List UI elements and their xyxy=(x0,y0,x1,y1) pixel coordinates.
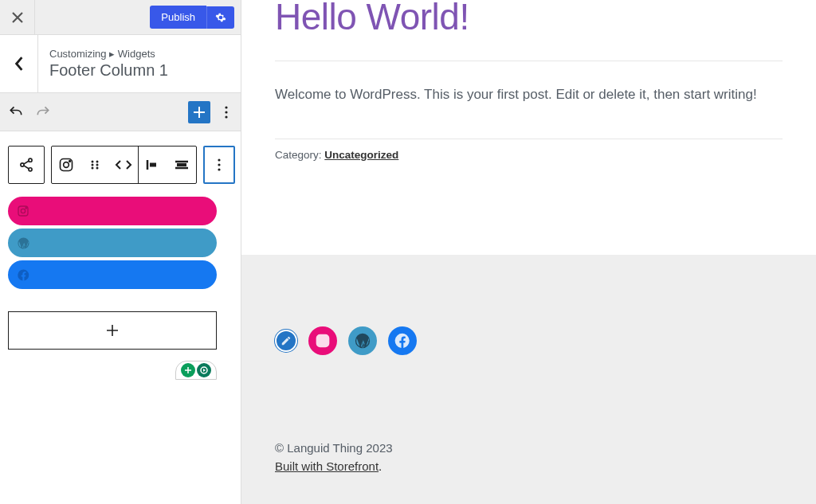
close-icon xyxy=(12,12,23,23)
wordpress-icon xyxy=(354,332,371,350)
svg-point-17 xyxy=(218,168,220,170)
site-preview: Hello World! Welcome to WordPress. This … xyxy=(241,0,816,504)
block-options-button[interactable] xyxy=(205,147,233,182)
svg-point-14 xyxy=(96,167,99,170)
align-justify-icon xyxy=(175,160,189,170)
top-bar: Publish xyxy=(0,0,241,35)
floating-badges xyxy=(8,361,217,380)
add-widget-button[interactable] xyxy=(8,311,217,350)
publish-settings-button[interactable] xyxy=(206,6,234,29)
instagram-icon xyxy=(315,333,331,349)
editor-toolbar-right xyxy=(188,101,236,123)
post-title[interactable]: Hello World! xyxy=(275,0,783,38)
social-link-wordpress[interactable] xyxy=(8,229,217,257)
breadcrumb-path: Customizing ▸ Widgets xyxy=(49,48,168,60)
breadcrumb-link[interactable]: Widgets xyxy=(118,48,155,60)
svg-point-9 xyxy=(92,161,94,163)
redo-button xyxy=(32,101,54,123)
built-with-link[interactable]: Built with Storefront xyxy=(275,459,379,473)
breadcrumb-title: Footer Column 1 xyxy=(49,61,168,80)
footer-social-row xyxy=(275,326,783,355)
align-left-icon xyxy=(146,159,160,170)
editor-more-button[interactable] xyxy=(217,101,236,123)
svg-point-13 xyxy=(92,167,94,170)
breadcrumb-bar: Customizing ▸ Widgets Footer Column 1 xyxy=(0,35,241,93)
customizer-panel: Publish Customizing ▸ Widgets Footer Col… xyxy=(0,0,241,504)
badge-cluster[interactable] xyxy=(175,361,217,380)
footer-facebook-link[interactable] xyxy=(388,326,417,355)
block-toolbar-parent xyxy=(8,146,45,184)
post-meta: Category: Uncategorized xyxy=(275,139,783,161)
close-button[interactable] xyxy=(0,0,35,35)
svg-point-2 xyxy=(225,115,227,118)
svg-point-8 xyxy=(69,161,71,162)
chevron-left-icon xyxy=(14,57,25,71)
svg-point-11 xyxy=(92,164,94,166)
footer-wordpress-link[interactable] xyxy=(348,326,377,355)
drag-icon xyxy=(89,159,100,170)
parent-block-button[interactable] xyxy=(9,147,44,183)
instagram-icon xyxy=(16,204,30,218)
post-body: Welcome to WordPress. This is your first… xyxy=(275,84,783,105)
svg-point-24 xyxy=(326,337,328,338)
publish-group: Publish xyxy=(150,6,234,29)
wordpress-icon xyxy=(16,236,30,250)
justify-button[interactable] xyxy=(167,147,196,183)
facebook-icon xyxy=(16,268,30,282)
category-label: Category: xyxy=(275,149,324,161)
svg-point-10 xyxy=(96,161,99,163)
svg-point-20 xyxy=(26,208,26,209)
plus-icon xyxy=(192,105,206,119)
gear-icon xyxy=(215,12,226,23)
chevrons-icon xyxy=(115,159,132,170)
svg-point-0 xyxy=(225,106,227,108)
category-link[interactable]: Uncategorized xyxy=(324,149,398,161)
social-link-facebook[interactable] xyxy=(8,260,217,289)
move-buttons[interactable] xyxy=(109,147,138,183)
divider xyxy=(275,61,783,61)
pencil-icon xyxy=(280,335,292,346)
svg-point-15 xyxy=(218,158,220,161)
block-toolbar xyxy=(8,146,233,184)
block-type-button[interactable] xyxy=(52,147,80,183)
undo-redo-group xyxy=(5,101,54,123)
block-toolbar-main xyxy=(51,146,197,184)
undo-button[interactable] xyxy=(5,101,27,123)
svg-point-23 xyxy=(320,338,326,344)
undo-icon xyxy=(8,104,24,120)
breadcrumb-separator: ▸ xyxy=(109,48,118,60)
facebook-icon xyxy=(394,332,411,350)
social-link-instagram[interactable] xyxy=(8,197,217,225)
svg-point-1 xyxy=(225,111,227,113)
built-with: Built with Storefront. xyxy=(275,459,783,473)
editor-toolbar xyxy=(0,93,241,131)
publish-button[interactable]: Publish xyxy=(150,6,206,29)
footer-instagram-link[interactable] xyxy=(308,326,337,355)
svg-point-7 xyxy=(64,162,69,168)
share-icon xyxy=(18,157,34,173)
plus-icon xyxy=(105,323,120,338)
svg-point-19 xyxy=(21,209,25,213)
align-button[interactable] xyxy=(139,147,167,183)
instagram-icon xyxy=(58,157,74,173)
add-block-button[interactable] xyxy=(188,101,210,123)
redo-icon xyxy=(35,104,51,120)
post-area: Hello World! Welcome to WordPress. This … xyxy=(241,0,816,161)
badge-green xyxy=(181,363,195,377)
more-vertical-icon xyxy=(225,106,228,119)
svg-point-16 xyxy=(218,163,220,166)
block-toolbar-options xyxy=(203,146,235,184)
back-button[interactable] xyxy=(0,35,38,92)
footer-zone: © Languid Thing 2023 Built with Storefro… xyxy=(241,255,816,504)
badge-green-dark xyxy=(197,363,211,377)
svg-point-12 xyxy=(96,164,99,166)
built-with-suffix: . xyxy=(379,459,382,473)
copyright-text: © Languid Thing 2023 xyxy=(275,441,783,455)
breadcrumb-content: Customizing ▸ Widgets Footer Column 1 xyxy=(38,40,179,88)
editor-canvas xyxy=(0,131,241,504)
breadcrumb-prefix: Customizing xyxy=(49,48,107,60)
more-vertical-icon xyxy=(218,158,221,171)
edit-social-button[interactable] xyxy=(275,330,297,352)
drag-handle[interactable] xyxy=(80,147,109,183)
